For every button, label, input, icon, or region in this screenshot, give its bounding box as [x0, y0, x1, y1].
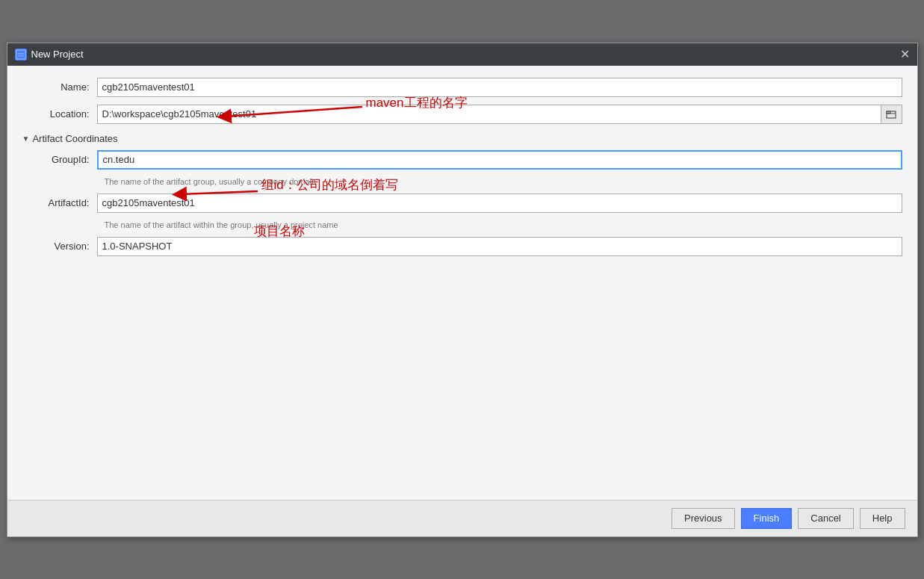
name-input[interactable] [97, 78, 902, 97]
groupid-hint: The name of the artifact group, usually … [105, 177, 902, 186]
location-row: Location: [22, 105, 902, 124]
version-input[interactable] [97, 237, 902, 256]
dialog-icon [15, 49, 27, 61]
svg-rect-2 [18, 55, 24, 57]
help-button[interactable]: Help [860, 508, 905, 529]
groupid-row: GroupId: [22, 150, 902, 170]
dialog-body: maven工程的名字 组id：公司的域名倒着写 项目名称 [7, 66, 917, 500]
version-label: Version: [22, 241, 97, 252]
svg-rect-0 [16, 50, 25, 59]
finish-button[interactable]: Finish [741, 508, 793, 529]
close-button[interactable]: ✕ [900, 49, 910, 61]
artifact-section-header: ▼ Artifact Coordinates [22, 133, 902, 144]
svg-rect-1 [18, 53, 24, 55]
collapse-triangle[interactable]: ▼ [22, 134, 30, 143]
groupid-label: GroupId: [22, 154, 97, 165]
browse-button[interactable] [881, 105, 902, 124]
location-input-group [97, 105, 902, 124]
form-content: Name: Location: [7, 66, 917, 500]
artifactid-row: ArtifactId: [22, 193, 902, 213]
title-bar-left: New Project [15, 49, 84, 61]
version-row: Version: [22, 237, 902, 256]
name-label: Name: [22, 81, 97, 93]
artifact-section-title: Artifact Coordinates [32, 133, 117, 144]
name-row: Name: [22, 78, 902, 97]
new-project-dialog: New Project ✕ maven工程的名字 组id：公司的域名倒着写 项目… [7, 43, 918, 537]
artifactid-label: ArtifactId: [22, 197, 97, 208]
cancel-button[interactable]: Cancel [798, 508, 853, 529]
previous-button[interactable]: Previous [672, 508, 735, 529]
artifactid-hint: The name of the artifact within the grou… [105, 220, 902, 229]
button-bar: Previous Finish Cancel Help [7, 500, 917, 536]
location-input[interactable] [97, 105, 881, 124]
location-label: Location: [22, 108, 97, 120]
dialog-title: New Project [31, 49, 84, 60]
title-bar: New Project ✕ [7, 43, 917, 66]
groupid-input[interactable] [97, 150, 902, 170]
artifactid-input[interactable] [97, 193, 902, 213]
spacer [22, 264, 902, 488]
